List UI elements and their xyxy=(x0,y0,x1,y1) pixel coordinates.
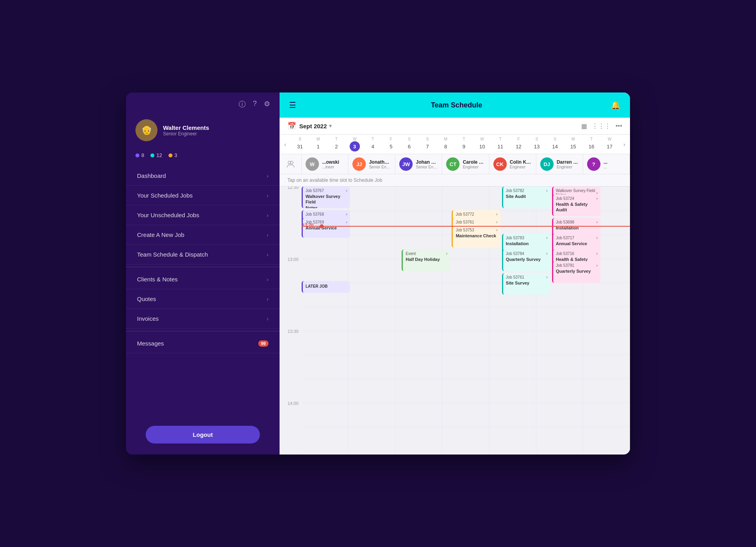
sidebar-item-create-job[interactable]: Create A New Job › xyxy=(126,225,280,245)
date-column[interactable]: T 11 xyxy=(491,135,510,154)
time-slot[interactable] xyxy=(489,379,536,403)
time-slot[interactable] xyxy=(302,451,348,455)
job-card[interactable]: Job 53769 › Annual Service xyxy=(302,218,350,238)
time-slot[interactable] xyxy=(348,307,395,331)
time-slot[interactable] xyxy=(395,283,442,307)
time-slot[interactable] xyxy=(302,403,348,427)
settings-icon[interactable]: ⚙ xyxy=(264,100,270,109)
job-card[interactable]: LATER JOB xyxy=(302,281,350,293)
time-slot[interactable] xyxy=(302,331,348,355)
more-options-icon[interactable]: ••• xyxy=(615,122,622,129)
time-slot[interactable] xyxy=(302,427,348,451)
month-selector[interactable]: Sept 2022 ▾ xyxy=(299,123,332,129)
time-slot[interactable] xyxy=(348,331,395,355)
date-column[interactable]: T 16 xyxy=(582,135,600,154)
sidebar-item-quotes[interactable]: Quotes › xyxy=(126,289,280,309)
date-column[interactable]: W 3 xyxy=(345,135,363,154)
date-column[interactable]: T 4 xyxy=(364,135,382,154)
job-card[interactable]: Job 53767 › Walkover Survey FieldNotes xyxy=(302,187,350,208)
time-slot[interactable] xyxy=(583,451,630,455)
prev-dates-button[interactable]: ‹ xyxy=(280,138,291,151)
sidebar-item-invoices[interactable]: Invoices › xyxy=(126,309,280,329)
date-column[interactable]: M 1 xyxy=(309,135,327,154)
time-slot[interactable] xyxy=(395,187,442,211)
time-slot[interactable] xyxy=(583,403,630,427)
time-slot[interactable] xyxy=(442,451,489,455)
date-column[interactable]: S 7 xyxy=(419,135,437,154)
time-slot[interactable] xyxy=(348,379,395,403)
time-slot[interactable] xyxy=(395,307,442,331)
bell-icon[interactable]: 🔔 xyxy=(611,100,621,110)
time-slot[interactable] xyxy=(348,259,395,283)
date-column[interactable]: S 6 xyxy=(400,135,418,154)
date-column[interactable]: S 14 xyxy=(546,135,564,154)
job-card[interactable]: Job 53784 › Quarterly Survey xyxy=(502,249,550,271)
time-slot[interactable] xyxy=(489,307,536,331)
time-slot[interactable] xyxy=(536,355,583,379)
time-slot[interactable] xyxy=(442,427,489,451)
time-slot[interactable] xyxy=(442,187,489,211)
time-slot[interactable] xyxy=(302,307,348,331)
time-slot[interactable] xyxy=(583,427,630,451)
next-dates-button[interactable]: › xyxy=(619,138,630,151)
time-slot[interactable] xyxy=(395,403,442,427)
time-slot[interactable] xyxy=(348,451,395,455)
time-slot[interactable] xyxy=(302,259,348,283)
time-slot[interactable] xyxy=(583,307,630,331)
time-slot[interactable] xyxy=(395,379,442,403)
sidebar-item-dashboard[interactable]: Dashboard › xyxy=(126,166,280,186)
time-slot[interactable] xyxy=(536,379,583,403)
time-slot[interactable] xyxy=(489,403,536,427)
time-slot[interactable] xyxy=(302,355,348,379)
time-slot[interactable] xyxy=(442,355,489,379)
date-column[interactable]: F 12 xyxy=(510,135,528,154)
time-slot[interactable] xyxy=(348,211,395,235)
sidebar-item-team-schedule[interactable]: Team Schedule & Dispatch › xyxy=(126,245,280,264)
time-slot[interactable] xyxy=(395,427,442,451)
time-slot[interactable] xyxy=(442,403,489,427)
time-slot[interactable] xyxy=(348,355,395,379)
sidebar-item-messages[interactable]: Messages 99 xyxy=(126,334,280,353)
time-slot[interactable] xyxy=(536,331,583,355)
job-card[interactable]: Job 53791 › Quarterly Survey xyxy=(552,261,600,283)
menu-icon[interactable]: ☰ xyxy=(289,100,296,110)
date-column[interactable]: W 10 xyxy=(473,135,491,154)
date-column[interactable]: S 13 xyxy=(528,135,546,154)
time-slot[interactable] xyxy=(302,235,348,259)
time-slot[interactable] xyxy=(348,403,395,427)
time-slot[interactable] xyxy=(348,283,395,307)
date-column[interactable]: F 5 xyxy=(382,135,400,154)
time-slot[interactable] xyxy=(348,235,395,259)
time-slot[interactable] xyxy=(536,403,583,427)
time-slot[interactable] xyxy=(489,331,536,355)
time-slot[interactable] xyxy=(489,451,536,455)
date-column[interactable]: T 9 xyxy=(455,135,473,154)
time-slot[interactable] xyxy=(442,379,489,403)
time-slot[interactable] xyxy=(583,379,630,403)
time-slot[interactable] xyxy=(442,283,489,307)
sidebar-item-scheduled-jobs[interactable]: Your Scheduled Jobs › xyxy=(126,186,280,205)
job-card[interactable]: Event › Half Day Holiday xyxy=(402,249,450,271)
sidebar-item-clients[interactable]: Clients & Notes › xyxy=(126,270,280,289)
time-slot[interactable] xyxy=(536,427,583,451)
time-slot[interactable] xyxy=(348,187,395,211)
time-slot[interactable] xyxy=(442,331,489,355)
date-column[interactable]: M 8 xyxy=(437,135,455,154)
time-slot[interactable] xyxy=(395,331,442,355)
time-slot[interactable] xyxy=(536,451,583,455)
date-column[interactable]: W 17 xyxy=(600,135,619,154)
date-column[interactable]: T 2 xyxy=(327,135,345,154)
sidebar-item-unscheduled-jobs[interactable]: Your Unscheduled Jobs › xyxy=(126,205,280,225)
job-card[interactable]: Job 53761 › Site Survey xyxy=(502,273,550,295)
time-slot[interactable] xyxy=(442,307,489,331)
day-view-icon[interactable]: ▦ xyxy=(581,122,587,130)
time-slot[interactable] xyxy=(583,283,630,307)
logout-button[interactable]: Logout xyxy=(146,426,260,444)
grid-view-icon[interactable]: ⋮⋮⋮ xyxy=(592,122,611,130)
job-card[interactable]: Job 53753 › Maintenance Check xyxy=(452,226,500,248)
help-icon[interactable]: ? xyxy=(253,100,257,109)
time-slot[interactable] xyxy=(536,307,583,331)
time-slot[interactable] xyxy=(302,379,348,403)
time-slot[interactable] xyxy=(489,427,536,451)
time-slot[interactable] xyxy=(395,355,442,379)
